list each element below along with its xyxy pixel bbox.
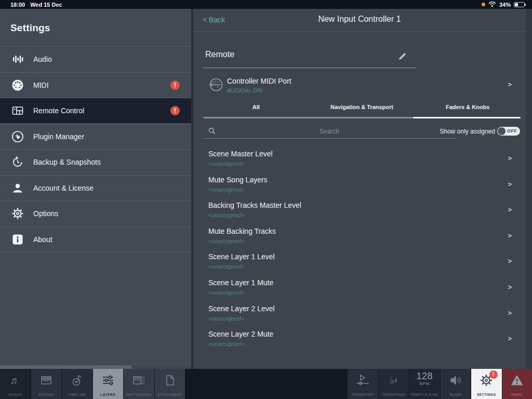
remote-detail-panel: < Back New Input Controller 1 Remote — [193, 9, 526, 369]
row-title: Scene Master Level — [208, 150, 273, 158]
sidebar-item-account-license[interactable]: Account & License — [0, 175, 191, 201]
bpm-unit: BPM — [409, 381, 440, 386]
assignment-row[interactable]: Scene Layer 1 Level <unassigned> > — [193, 248, 526, 274]
toolbar-tile-key-ranges[interactable]: KEY RANGES — [124, 369, 154, 399]
sidebar-item-label: Backup & Snapshots — [33, 158, 101, 166]
backup-history-icon — [10, 156, 25, 168]
toggle-state: OFF — [507, 128, 517, 134]
chevron-right-icon: > — [508, 232, 512, 240]
sidebar-item-label: Remote Control — [33, 107, 84, 115]
transport-icon — [348, 373, 378, 388]
tile-label: SETTINGS — [477, 393, 496, 396]
sidebar-item-remote-control[interactable]: Remote Control ! — [0, 98, 191, 123]
transpose-icon: ♭♯ — [379, 373, 409, 388]
controller-midi-port-row[interactable]: Controller MIDI Port AUDIO4c DIN > — [193, 73, 526, 98]
toolbar-scrollbar[interactable] — [0, 365, 131, 369]
row-title: Mute Backing Tracks — [208, 227, 276, 235]
show-only-assigned-toggle[interactable]: OFF — [497, 127, 520, 136]
account-icon — [10, 182, 25, 194]
assignment-row[interactable]: Scene Layer 2 Level <unassigned> > — [193, 300, 526, 326]
attachment-document-icon — [155, 373, 185, 388]
assignment-row[interactable]: Scene Layer 2 Mute <unassigned> > — [193, 326, 526, 351]
pencil-icon — [397, 50, 408, 62]
toolbar-tile-scenes[interactable]: SCENES — [31, 369, 62, 399]
page-title: New Input Controller 1 — [193, 15, 526, 24]
tab-navigation-transport[interactable]: Navigation & Transport — [309, 101, 415, 117]
about-info-icon — [10, 233, 25, 246]
battery-icon — [514, 2, 525, 7]
show-only-assigned-label: Show only assigned — [193, 128, 495, 135]
assignment-row[interactable]: Scene Layer 1 Mute <unassigned> > — [193, 274, 526, 300]
mixer-speaker-icon — [441, 373, 471, 388]
tile-label: TEMPO & SYNC — [410, 393, 439, 396]
sidebar-item-backup-snapshots[interactable]: Backup & Snapshots — [0, 149, 191, 175]
sidebar-item-audio[interactable]: Audio — [0, 46, 191, 72]
row-value: <unassigned> — [208, 161, 244, 167]
tile-label: MIXER — [449, 393, 461, 396]
row-title: Scene Layer 2 Mute — [208, 330, 273, 338]
assignment-row[interactable]: Backing Tracks Master Level <unassigned>… — [193, 197, 526, 222]
toolbar-tile-panic[interactable]: PANIC — [502, 369, 532, 399]
settings-sidebar: Settings Audio — [0, 9, 191, 365]
panic-warning-icon — [502, 373, 532, 388]
bottom-toolbar: ♬ SONGS SCENES — [0, 369, 532, 399]
row-title: Scene Layer 1 Mute — [208, 278, 273, 287]
sidebar-item-label: Plugin Manager — [33, 132, 84, 141]
tile-label: LAYERS — [100, 393, 115, 396]
bpm-value: 128 — [409, 371, 440, 382]
sidebar-item-label: Audio — [33, 55, 52, 63]
row-value: <unassigned> — [208, 341, 244, 347]
row-value: <unassigned> — [208, 315, 244, 322]
sidebar-item-about[interactable]: About — [0, 227, 191, 252]
edit-name-button[interactable] — [397, 50, 408, 62]
toolbar-tile-songs[interactable]: ♬ SONGS — [0, 369, 31, 399]
app-screen: 18:00 Wed 15 Dec 34% Settings — [0, 0, 532, 399]
timeline-icon — [62, 373, 92, 388]
sidebar-item-label: Account & License — [33, 184, 94, 192]
row-value: <unassigned> — [208, 263, 244, 270]
scenes-icon — [31, 373, 62, 388]
chevron-right-icon: > — [508, 335, 512, 342]
status-time: 18:00 — [10, 2, 25, 8]
row-title: Scene Layer 2 Level — [208, 304, 275, 313]
remote-control-icon — [10, 104, 25, 117]
tile-label: TIMELINE — [68, 393, 86, 396]
tile-label: KEY RANGES — [127, 393, 151, 396]
tab-faders-knobs[interactable]: Faders & Knobs — [415, 101, 521, 117]
section-underline — [203, 68, 416, 68]
assignment-row[interactable]: Mute Backing Tracks <unassigned> > — [193, 223, 526, 248]
toolbar-tile-transport[interactable]: TRANSPORT — [348, 369, 378, 399]
status-date: Wed 15 Dec — [30, 2, 62, 8]
section-title: Remote — [205, 50, 234, 59]
tile-label: PANIC — [511, 393, 523, 396]
midi-port-icon — [207, 75, 224, 96]
sidebar-title: Settings — [10, 22, 50, 34]
chevron-right-icon: > — [508, 309, 512, 317]
row-value: <unassigned> — [208, 289, 244, 296]
toolbar-tile-settings[interactable]: ! SETTINGS — [471, 369, 502, 399]
toolbar-tile-attachment[interactable]: ATTACHMENT — [155, 369, 185, 399]
key-ranges-icon — [124, 373, 154, 388]
settings-alert-badge: ! — [489, 370, 498, 379]
toolbar-tile-tempo-sync[interactable]: 128 BPM TEMPO & SYNC — [409, 369, 440, 399]
toolbar-tile-transpose[interactable]: ♭♯ TRANSPOSE — [379, 369, 409, 399]
active-tab-indicator — [413, 117, 521, 118]
tile-label: TRANSPOSE — [382, 393, 405, 396]
row-value: <unassigned> — [208, 212, 244, 218]
tab-all[interactable]: All — [203, 101, 309, 117]
assignment-row[interactable]: Mute Song Layers <unassigned> > — [193, 171, 526, 197]
sidebar-item-options[interactable]: Options — [0, 201, 191, 226]
toolbar-tile-timeline[interactable]: TIMELINE — [62, 369, 92, 399]
assignment-row[interactable]: Scene Master Level <unassigned> > — [193, 145, 526, 171]
toolbar-scroll-track — [0, 365, 191, 369]
chevron-right-icon: > — [508, 206, 512, 214]
wifi-icon — [488, 2, 496, 7]
midi-alert-badge: ! — [170, 81, 180, 90]
toolbar-tile-mixer[interactable]: MIXER — [441, 369, 471, 399]
mic-indicator-icon — [482, 3, 485, 6]
toolbar-tile-layers[interactable]: LAYERS — [93, 369, 124, 399]
sidebar-item-midi[interactable]: MIDI ! — [0, 72, 191, 98]
chevron-right-icon: > — [508, 283, 512, 291]
battery-percent: 34% — [499, 2, 511, 8]
sidebar-item-plugin-manager[interactable]: Plugin Manager — [0, 124, 191, 149]
